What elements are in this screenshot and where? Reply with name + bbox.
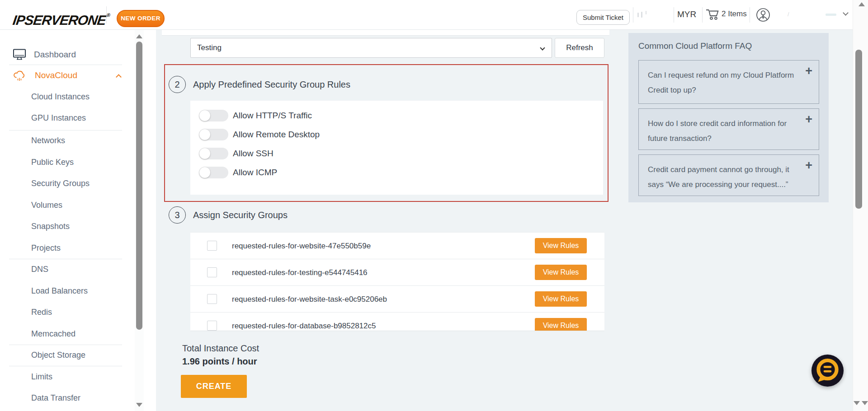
sidebar-item-dns[interactable]: DNS xyxy=(31,262,48,277)
security-groups-table: requested-rules-for-website-47e550b59e V… xyxy=(190,232,604,331)
sidebar-item-dashboard[interactable]: Dashboard xyxy=(34,47,76,62)
security-group-checkbox[interactable] xyxy=(207,321,217,331)
step3-number-badge: 3 xyxy=(169,206,186,224)
scroll-up-arrow-icon[interactable] xyxy=(136,34,142,38)
header-divider xyxy=(674,7,674,23)
scroll-up-arrow-icon[interactable] xyxy=(859,2,865,6)
user-account-icon[interactable] xyxy=(756,8,770,24)
step2-title: Apply Predefined Security Group Rules xyxy=(193,79,350,90)
sidebar-item-redis[interactable]: Redis xyxy=(31,304,52,320)
logo-registered-mark: ® xyxy=(106,12,111,18)
view-rules-button[interactable]: View Rules xyxy=(535,238,587,253)
security-group-checkbox[interactable] xyxy=(207,294,217,304)
toggle-allow-https-traffic[interactable] xyxy=(199,110,228,121)
sidebar-item-object-storage[interactable]: Object Storage xyxy=(31,347,85,363)
faded-flag-icon xyxy=(646,11,646,14)
cart-icon xyxy=(705,15,721,23)
table-row: requested-rules-for-website-47e550b59e V… xyxy=(190,233,604,259)
novacloud-create-instance-page: { "header": { "logo": "IPSERVERONE", "lo… xyxy=(0,0,868,411)
expand-plus-icon[interactable]: + xyxy=(805,64,812,78)
sidebar-scrollbar-thumb[interactable] xyxy=(136,42,142,330)
table-row: requested-rules-for-database-b9852812c5 … xyxy=(190,313,604,331)
faq-question: How do I store credit card information f… xyxy=(648,116,799,146)
security-group-name: requested-rules-for-database-b9852812c5 xyxy=(232,313,376,331)
sidebar-item-projects[interactable]: Projects xyxy=(31,240,61,256)
refresh-button[interactable]: Refresh xyxy=(555,38,604,58)
sidebar-scrollbar[interactable] xyxy=(135,30,144,411)
faq-item-payment-failure[interactable]: Credit card payment cannot go through, i… xyxy=(638,154,819,196)
user-menu-chevron-down-icon[interactable] xyxy=(843,10,849,16)
sidebar-divider xyxy=(9,345,122,345)
scroll-down-arrow-icon[interactable] xyxy=(862,401,868,405)
create-button[interactable]: CREATE xyxy=(181,375,247,398)
security-group-checkbox[interactable] xyxy=(207,267,217,277)
live-chat-button[interactable] xyxy=(811,355,844,387)
step3-title: Assign Security Groups xyxy=(193,210,288,220)
toggle-label: Allow SSH xyxy=(233,148,274,159)
select-chevron-down-icon xyxy=(540,45,545,50)
toggle-knob xyxy=(199,129,210,140)
toggle-allow-ssh[interactable] xyxy=(199,148,228,159)
toggle-knob xyxy=(199,167,210,178)
sidebar-item-novacloud[interactable]: NovaCloud xyxy=(35,68,77,83)
total-instance-cost-label: Total Instance Cost xyxy=(182,343,259,354)
sidebar-divider xyxy=(9,259,122,259)
top-header: IPSERVERONE® NEW ORDER Submit Ticket MYR… xyxy=(0,0,868,30)
faq-item-credit-card-storage[interactable]: How do I store credit card information f… xyxy=(638,108,819,150)
faq-question: Credit card payment cannot go through, i… xyxy=(648,162,799,192)
security-group-checkbox[interactable] xyxy=(207,241,217,251)
header-divider xyxy=(633,7,633,23)
chat-bubble-icon xyxy=(811,380,844,388)
sidebar-item-memcached[interactable]: Memcached xyxy=(31,326,75,341)
sidebar-divider xyxy=(9,130,122,131)
cart-items-count: 2 Items xyxy=(722,9,747,19)
sidebar-item-networks[interactable]: Networks xyxy=(31,133,65,148)
faded-flag-icon xyxy=(637,13,639,17)
currency-selector[interactable]: MYR xyxy=(677,9,696,19)
faq-question: Can I request refund on my Cloud Platfor… xyxy=(648,68,799,98)
header-divider xyxy=(106,6,107,23)
step2-number-badge: 2 xyxy=(169,76,186,93)
toggle-allow-remote-desktop[interactable] xyxy=(199,129,228,140)
page-scrollbar-thumb[interactable] xyxy=(855,50,862,209)
scroll-down-arrow-icon[interactable] xyxy=(136,403,142,407)
faq-panel: Common Cloud Platform FAQ Can I request … xyxy=(628,33,829,202)
sidebar-nav: Dashboard NovaCloud Cloud Instances GPU … xyxy=(0,30,156,411)
new-order-button[interactable]: NEW ORDER xyxy=(117,10,165,27)
instance-select-value: Testing xyxy=(197,43,222,52)
expand-plus-icon[interactable]: + xyxy=(805,112,812,126)
predefined-rules-panel: Allow HTTP/S Traffic Allow Remote Deskto… xyxy=(190,101,603,195)
view-rules-button[interactable]: View Rules xyxy=(535,318,587,331)
content-top-strip xyxy=(162,30,609,36)
cart-button[interactable]: 2 Items xyxy=(705,6,721,23)
faded-username-line xyxy=(826,14,836,16)
dashboard-monitor-icon xyxy=(13,48,26,61)
novacloud-chevron-up-icon[interactable] xyxy=(116,74,122,80)
sidebar-item-volumes[interactable]: Volumes xyxy=(31,197,62,213)
submit-ticket-button[interactable]: Submit Ticket xyxy=(576,10,630,25)
security-group-name: requested-rules-for-website-task-e0c9520… xyxy=(232,286,387,313)
toggle-allow-icmp[interactable] xyxy=(199,167,228,178)
view-rules-button[interactable]: View Rules xyxy=(535,291,587,307)
sidebar-item-gpu-instances[interactable]: GPU Instances xyxy=(31,110,86,126)
sidebar-item-security-groups[interactable]: Security Groups xyxy=(31,176,90,191)
security-group-name: requested-rules-for-website-47e550b59e xyxy=(232,233,371,259)
faq-item-refund[interactable]: Can I request refund on my Cloud Platfor… xyxy=(638,60,819,104)
page-scrollbar[interactable] xyxy=(853,0,868,411)
ipserverone-logo[interactable]: IPSERVERONE® xyxy=(12,6,105,24)
sidebar-item-public-keys[interactable]: Public Keys xyxy=(31,154,74,170)
expand-plus-icon[interactable]: + xyxy=(805,159,812,173)
header-divider xyxy=(702,7,703,23)
faded-flag-icon xyxy=(641,12,642,18)
view-rules-button[interactable]: View Rules xyxy=(535,265,587,280)
toggle-label: Allow Remote Desktop xyxy=(233,129,320,140)
sidebar-item-data-transfer[interactable]: Data Transfer xyxy=(31,390,80,406)
sidebar-item-snapshots[interactable]: Snapshots xyxy=(31,219,70,234)
sidebar-item-load-balancers[interactable]: Load Balancers xyxy=(31,283,88,299)
faded-username: / xyxy=(788,11,795,16)
sidebar-item-limits[interactable]: Limits xyxy=(31,369,52,384)
table-row: requested-rules-for-testing-e544745416 V… xyxy=(190,259,604,286)
sidebar-item-cloud-instances[interactable]: Cloud Instances xyxy=(31,89,90,104)
scroll-down-arrow-icon[interactable] xyxy=(854,401,860,405)
instance-select[interactable]: Testing xyxy=(190,38,552,58)
